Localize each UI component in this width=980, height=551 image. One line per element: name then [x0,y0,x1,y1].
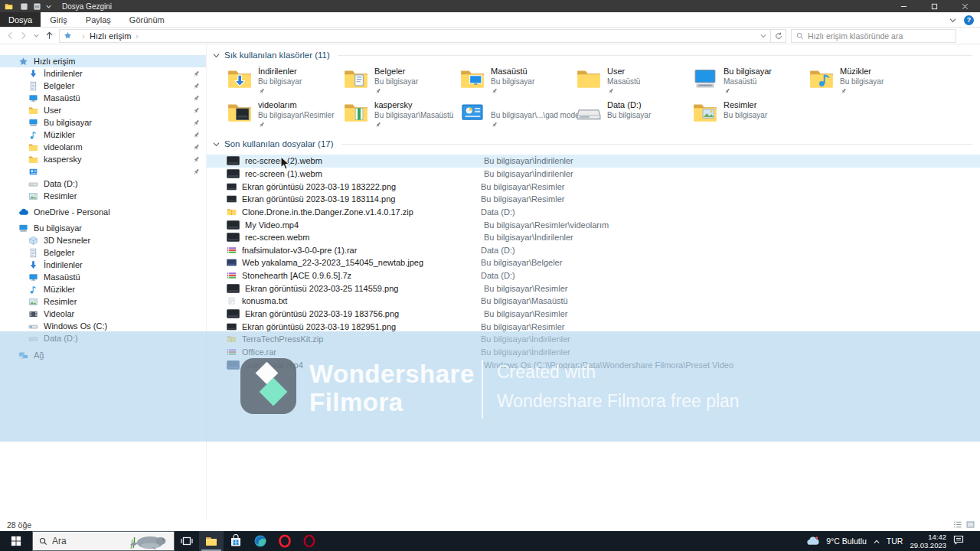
taskbar-file-explorer[interactable] [199,531,224,551]
sidebar-item-documents-pc[interactable]: Belgeler [0,246,206,259]
sidebar-item-3d-objects[interactable]: 3D Nesneler [0,234,206,246]
file-row[interactable]: Ekran görüntüsü 2023-03-19 182951.pngBu … [207,320,980,333]
file-row[interactable]: TerraTechPressKit.zipBu bilgisayar\İndir… [207,333,980,346]
weather-temperature[interactable]: 9°C Bulutlu [826,536,867,546]
tile-videolarim[interactable]: videolarımBu bilgisayar\Resimler [227,99,343,130]
refresh-button[interactable] [771,29,786,43]
sidebar-item-downloads[interactable]: İndirilenler [0,67,206,80]
back-button[interactable] [4,29,17,43]
search-highlight-manatee-image[interactable] [127,533,172,550]
explorer-search-input[interactable] [808,31,951,41]
quick-access-toolbar[interactable] [20,2,51,11]
file-row[interactable]: konusma.txtBu bilgisayar\Masaüstü [207,295,980,308]
up-button[interactable] [43,29,56,43]
qat-properties-icon[interactable] [20,2,28,11]
file-row[interactable]: Ekran görüntüsü 2023-03-19 183222.pngBu … [207,180,980,193]
file-row[interactable]: Ekran görüntüsü 2023-03-25 114559.pngBu … [207,282,980,295]
pin-icon [192,155,201,164]
ribbon-expand-chevron-icon[interactable] [949,13,956,27]
collapse-chevron-icon[interactable] [213,141,220,148]
thumbnail-view-icon[interactable] [965,520,975,530]
address-dropdown-chevron-icon[interactable] [760,33,766,39]
taskbar-microsoft-store[interactable] [224,531,248,551]
tile-resimler[interactable]: ResimlerBu bilgisayar [692,99,808,130]
tab-giris[interactable]: Giriş [41,12,77,27]
sidebar-item-music[interactable]: Müzikler [0,129,206,141]
sidebar-item-pictures[interactable]: Resimler [0,190,206,202]
file-row[interactable]: Ekran görüntüsü 2023-03-19 183756.pngBu … [207,308,980,321]
qat-newfolder-icon[interactable] [33,2,41,11]
sidebar-item-desktop-pc[interactable]: Masaüstü [0,271,206,283]
taskbar-search-box[interactable] [32,531,175,551]
tab-dosya[interactable]: Dosya [0,12,41,27]
sidebar-item-unnamed[interactable] [0,165,206,178]
close-button[interactable] [949,0,980,12]
sidebar-item-videos-pc[interactable]: Videolar [0,308,206,320]
sidebar-item-documents[interactable]: Belgeler [0,80,206,92]
tile-belgeler[interactable]: BelgelerBu bilgisayar [343,66,459,96]
tab-paylas[interactable]: Paylaş [77,12,120,27]
file-row[interactable]: Clone.Drone.in.the.Danger.Zone.v1.4.0.17… [207,206,980,219]
file-row[interactable]: rec-screen (1).webmBu bilgisayar\İndiril… [207,168,980,181]
tab-gorunum[interactable]: Görünüm [120,12,174,27]
tile-bu-bilgisayar[interactable]: Bu bilgisayarMasaüstü [692,66,808,96]
start-button[interactable] [0,531,32,551]
tile-user[interactable]: UserMasaüstü [576,66,692,96]
sidebar-item-this-pc[interactable]: Bu bilgisayar [0,222,206,234]
file-row[interactable]: rec-screen (2).webmBu bilgisayar\İndiril… [207,155,980,168]
pictures-icon [28,297,38,307]
language-indicator[interactable]: TUR [887,536,903,546]
section-header-recent[interactable]: Son kullanılan dosyalar (17) [207,138,980,150]
sidebar-item-quick-access[interactable]: Hızlı erişim [0,55,206,67]
weather-cloud-icon[interactable] [806,536,819,546]
taskbar-opera-gx[interactable] [297,531,322,551]
file-row[interactable]: user guide.mp4Windows Os (C:)\ProgramDat… [207,358,980,371]
file-row[interactable]: rec-screen.webmBu bilgisayar\İndirilenle… [207,231,980,244]
sidebar-item-data-d-pc[interactable]: Data (D:) [0,332,206,344]
file-row[interactable]: Office.rarBu bilgisayar\İndirilenler [207,346,980,359]
recent-locations-chevron-icon[interactable] [30,29,43,43]
forward-button[interactable] [17,29,30,43]
taskbar-opera[interactable] [273,531,297,551]
minimize-button[interactable] [888,0,919,12]
sidebar-item-this-pc-pinned[interactable]: Bu bilgisayar [0,116,206,129]
collapse-chevron-icon[interactable] [213,52,220,59]
tile-muzikler[interactable]: MüziklerBu bilgisayar [808,66,925,96]
task-view-button[interactable] [175,531,199,551]
pin-icon [491,121,498,129]
file-row[interactable]: Ekran görüntüsü 2023-03-19 183114.pngBu … [207,193,980,206]
file-row[interactable]: My Video.mp4Bu bilgisayar\Resimler\video… [207,218,980,231]
file-row[interactable]: Web yakalama_22-3-2023_154045_newtab.jpe… [207,256,980,269]
sidebar-item-kaspersky[interactable]: kaspersky [0,153,206,165]
tile-indirilenler[interactable]: İndirilenlerBu bilgisayar [227,66,343,96]
tile-data-d[interactable]: Data (D:)Bu bilgisayar [576,99,692,130]
sidebar-item-music-pc[interactable]: Müzikler [0,283,206,295]
maximize-button[interactable] [919,0,949,12]
taskbar-search-input[interactable] [52,536,113,546]
details-view-icon[interactable] [952,520,962,530]
tile-masaustu[interactable]: MasaüstüBu bilgisayar [459,66,576,96]
file-row[interactable]: fnafsimulator-v3-0-0-pre (1).rarData (D:… [207,243,980,256]
sidebar-item-onedrive[interactable]: OneDrive - Personal [0,206,206,218]
section-header-frequent[interactable]: Sık kullanılan klasörler (11) [207,49,980,61]
sidebar-item-pictures-pc[interactable]: Resimler [0,295,206,308]
taskbar-edge[interactable] [248,531,273,551]
taskbar-clock[interactable]: 14:42 29.03.2023 [910,533,946,550]
tray-expand-chevron-icon[interactable] [874,534,880,548]
sidebar-item-windows-c[interactable]: Windows Os (C:) [0,320,206,332]
sidebar-item-videolarim[interactable]: videolarım [0,141,206,153]
help-icon[interactable]: ? [964,15,974,25]
breadcrumb[interactable]: Hızlı erişim [90,31,131,41]
sidebar-item-downloads-pc[interactable]: İndirilenler [0,259,206,271]
explorer-search-box[interactable] [791,29,956,43]
sidebar-item-network[interactable]: Ağ [0,349,206,361]
sidebar-item-user[interactable]: User [0,104,206,116]
address-bar[interactable]: Hızlı erişim [59,29,771,43]
action-center-icon[interactable] [953,534,964,548]
sidebar-item-desktop[interactable]: Masaüstü [0,92,206,104]
tile-kaspersky[interactable]: kasperskyBu bilgisayar\Masaüstü [343,99,459,130]
qat-customize-chevron-icon[interactable] [46,4,51,9]
sidebar-item-data-d[interactable]: Data (D:) [0,178,206,190]
file-row[interactable]: Stonehearth [ACE 0.9.6.5].7zData (D:) [207,269,980,282]
tile-gad-mode[interactable]: Bu bilgisayar\...\gad mode [459,99,576,130]
